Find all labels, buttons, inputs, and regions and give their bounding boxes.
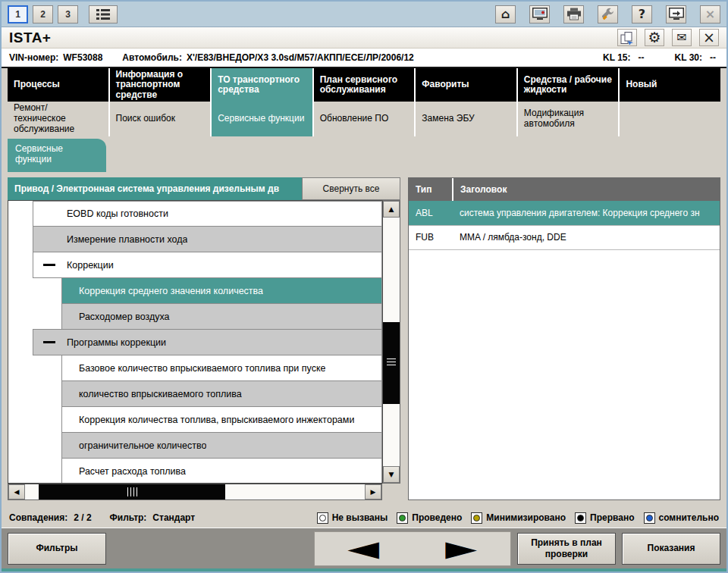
tree-item-label: Коррекции — [67, 260, 114, 271]
kl15-value: -- — [639, 52, 645, 63]
tab-favorites[interactable]: Фавориты — [416, 68, 516, 102]
page-1-button[interactable]: 1 — [8, 5, 28, 23]
filters-button[interactable]: Фильтры — [8, 533, 106, 565]
task-list-button[interactable] — [89, 5, 118, 23]
tab-vehicle-service[interactable]: ТО транспортного средства — [212, 68, 312, 102]
tree-item-box[interactable]: Расчет расхода топлива — [61, 458, 382, 484]
subtab-troubleshooting[interactable]: Поиск ошибок — [110, 102, 211, 136]
tree-item-box[interactable]: Измерение плавности хода — [33, 226, 382, 252]
tree-item-box[interactable]: Коррекции — [33, 252, 382, 278]
status-circle-icon — [319, 515, 326, 521]
task-list-icon — [96, 8, 111, 20]
tree-item-box[interactable]: Расходомер воздуха — [61, 303, 382, 330]
tab-vehicle-info[interactable]: Информация о транспортном средстве — [110, 68, 211, 102]
prev-button[interactable]: ◀ — [315, 533, 412, 565]
accept-to-test-plan-button[interactable]: Принять в план проверки — [517, 533, 616, 565]
help-button[interactable]: ? — [632, 5, 652, 23]
workshop-screen-button[interactable] — [529, 5, 550, 23]
display-switch-button[interactable] — [666, 5, 686, 23]
horizontal-scroll-thumb[interactable] — [39, 484, 225, 499]
subtab-vehicle-modification[interactable]: Модификация автомобиля — [518, 102, 619, 136]
printer-icon — [566, 8, 582, 20]
doc-tab-service-functions[interactable]: Сервисные функции — [8, 139, 106, 172]
scroll-right-icon: ▶ — [371, 488, 376, 496]
horizontal-scrollbar: ◀ ▶ — [8, 484, 382, 500]
toolbar-close-button[interactable]: × — [700, 5, 720, 23]
tab-new[interactable]: Новый — [620, 68, 720, 102]
legend-label: Не вызваны — [332, 512, 388, 523]
tree-item-box[interactable]: EOBD коды готовности — [33, 201, 382, 227]
result-row[interactable]: FUB MMA / лямбда-зонд, DDE — [409, 225, 720, 249]
tree-item-box[interactable]: Коррекция среднего значения количества — [61, 277, 382, 304]
home-icon: ⌂ — [501, 8, 510, 20]
tree-item: Измерение плавности хода — [8, 227, 382, 252]
legend-performed: Проведено — [397, 512, 462, 524]
tab-processes[interactable]: Процессы — [8, 68, 108, 102]
tab-vehicle-service-label: ТО транспортного средства — [218, 75, 306, 96]
legend-label: сомнительно — [659, 512, 719, 523]
thumb-grip-icon — [387, 359, 396, 367]
tree-item-box[interactable]: ограничительное количество — [61, 432, 382, 459]
print-button[interactable] — [563, 5, 584, 23]
tab-service-plan-label: План сервисного обслуживания — [320, 75, 409, 96]
tab-fluids[interactable]: Средства / рабочие жидкости — [518, 68, 619, 102]
page-3-label: 3 — [65, 9, 71, 20]
results-panel: Тип Заголовок ABL система управления дви… — [408, 177, 720, 500]
display-switch-icon — [669, 8, 684, 20]
vertical-scrollbar: ▲ ▼ — [382, 200, 400, 484]
collapse-all-button[interactable]: Свернуть все — [302, 177, 400, 200]
subtab-software-update-label: Обновление ПО — [320, 114, 389, 124]
subtab-ecu-replacement[interactable]: Замена ЭБУ — [416, 102, 516, 136]
scroll-right-button[interactable]: ▶ — [365, 484, 381, 499]
tree-item-box[interactable]: Базовое количество впрыскиваемого топлив… — [61, 355, 382, 381]
tree-item: Базовое количество впрыскиваемого топлив… — [8, 355, 382, 381]
kl15-label: KL 15: — [603, 52, 630, 63]
tree-item: Программы коррекции — [8, 330, 382, 355]
scroll-left-button[interactable]: ◀ — [8, 484, 25, 499]
tree-item-box[interactable]: Программы коррекции — [33, 329, 382, 355]
mail-button[interactable]: ✉ — [672, 29, 692, 46]
scroll-left-icon: ◀ — [14, 488, 20, 496]
tree-item-label: Коррекция среднего значения количества — [79, 286, 263, 296]
page-buttons: 1 2 3 — [8, 5, 118, 23]
bottom-action-bar: Фильтры ◀ ▶ Принять в план проверки Пока… — [2, 528, 726, 568]
settings-button[interactable]: ⚙ — [645, 29, 664, 46]
status-circle-icon — [399, 515, 406, 521]
column-header-type: Тип — [409, 178, 453, 201]
legend-minimized: Минимизировано — [471, 512, 566, 524]
copy-report-button[interactable] — [617, 29, 637, 46]
doc-tab-label: Сервисные функции — [15, 143, 63, 164]
result-title: MMA / лямбда-зонд, DDE — [453, 225, 720, 249]
status-circle-icon — [577, 515, 584, 521]
tree-item-box[interactable]: количество впрыскиваемого топлива — [61, 380, 382, 407]
readings-button[interactable]: Показания — [622, 533, 720, 565]
next-button[interactable]: ▶ — [413, 533, 510, 565]
scroll-down-button[interactable]: ▼ — [383, 466, 400, 483]
subtab-software-update[interactable]: Обновление ПО — [314, 102, 415, 136]
filter-label: Фильтр: — [110, 512, 147, 523]
tab-vehicle-info-label: Информация о транспортном средстве — [116, 70, 205, 100]
page-2-button[interactable]: 2 — [33, 5, 53, 23]
window-close-button[interactable]: × — [699, 29, 719, 46]
toolbar-right-icons: ⌂ ? × — [495, 5, 720, 23]
window-bottom-edge — [2, 568, 726, 571]
tab-service-plan[interactable]: План сервисного обслуживания — [314, 68, 415, 102]
scroll-down-icon: ▼ — [389, 471, 394, 478]
tools-button[interactable] — [598, 5, 618, 23]
tree-item-label: EOBD коды готовности — [67, 208, 168, 219]
result-row-selected[interactable]: ABL система управления двигателем: Корре… — [409, 201, 720, 225]
subtab-service-functions[interactable]: Сервисные функции — [212, 102, 312, 136]
prev-arrow-icon: ◀ — [348, 537, 380, 559]
page-1-label: 1 — [15, 9, 20, 20]
scroll-up-button[interactable]: ▲ — [383, 201, 400, 218]
vertical-scroll-track[interactable] — [383, 218, 400, 466]
tree-body: EOBD коды готовности Измерение плавности… — [8, 200, 400, 484]
horizontal-scroll-track[interactable] — [25, 484, 365, 499]
collapse-minus-icon[interactable] — [43, 341, 55, 343]
page-3-button[interactable]: 3 — [58, 5, 78, 23]
subtab-repair-maintenance[interactable]: Ремонт/ техническое обслуживание — [8, 102, 108, 136]
tree-item-box[interactable]: Коррекция количества топлива, впрыскивае… — [61, 406, 382, 433]
collapse-minus-icon[interactable] — [43, 264, 55, 266]
home-button[interactable]: ⌂ — [495, 5, 516, 23]
vertical-scroll-thumb[interactable] — [383, 322, 400, 404]
